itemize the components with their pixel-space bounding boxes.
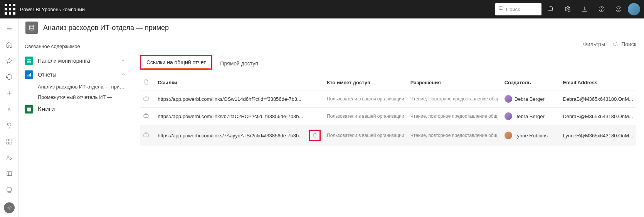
- content-search-label: Поиск: [621, 41, 636, 47]
- link-cell[interactable]: https://app.powerbi.com/links/OSw114d6hf…: [155, 90, 306, 108]
- dashboards-group[interactable]: Панели мониторинга: [18, 54, 132, 68]
- creator-cell: Debra Berger: [501, 108, 560, 125]
- workspace-type-icon: [25, 22, 38, 34]
- svg-point-14: [616, 7, 621, 12]
- reports-label: Отчеты: [38, 72, 121, 78]
- svg-rect-7: [9, 12, 11, 15]
- col-email[interactable]: Email Address: [560, 75, 636, 90]
- delete-icon[interactable]: [312, 132, 318, 139]
- workspace-header: Анализ расходов ИТ-отдела — пример: [18, 18, 644, 37]
- link-cell[interactable]: https://app.powerbi.com/links/7AayyqATSr…: [155, 125, 306, 146]
- svg-point-43: [614, 42, 617, 45]
- access-tabs: Ссылки на общий отчет Прямой доступ: [132, 51, 644, 70]
- top-bar: Power BI Уровень компании Поиск: [0, 0, 644, 18]
- related-content-panel: Связанное содержимое Панели мониторинга …: [18, 37, 132, 217]
- svg-rect-46: [144, 114, 148, 117]
- download-icon[interactable]: [577, 2, 592, 17]
- svg-rect-1: [9, 4, 11, 6]
- report-item-1[interactable]: Анализ расходов ИТ-отдела — пример: [18, 82, 132, 92]
- svg-point-11: [567, 8, 569, 10]
- search-placeholder: Поиск: [506, 7, 520, 12]
- svg-point-13: [602, 10, 602, 11]
- main-content: Фильтры Поиск Ссылки на общий отчет Прям…: [132, 37, 644, 217]
- col-type-icon: [140, 75, 155, 90]
- svg-rect-4: [9, 8, 11, 10]
- links-table: Ссылки Кто имеет доступ Разрешения Созда…: [140, 75, 636, 146]
- create-icon[interactable]: [2, 85, 17, 101]
- nav-rail: A: [0, 18, 18, 217]
- org-link-icon: [140, 125, 155, 146]
- col-who[interactable]: Кто имеет доступ: [324, 75, 407, 90]
- svg-rect-45: [144, 97, 148, 100]
- workbooks-group[interactable]: Книги: [18, 102, 132, 116]
- notifications-icon[interactable]: [543, 2, 558, 17]
- workbooks-label: Книги: [38, 105, 126, 113]
- svg-rect-35: [29, 61, 31, 62]
- favorites-icon[interactable]: [2, 53, 17, 68]
- menu-icon[interactable]: [2, 21, 17, 36]
- table-row[interactable]: https://app.powerbi.com/links/OSw114d6hf…: [140, 90, 636, 108]
- dashboards-label: Панели мониторинга: [38, 58, 121, 64]
- svg-rect-39: [27, 107, 31, 111]
- workspaces-icon[interactable]: [2, 182, 17, 198]
- recent-icon[interactable]: [2, 69, 17, 85]
- goals-icon[interactable]: [2, 118, 17, 133]
- report-icon: [25, 70, 33, 79]
- home-icon[interactable]: [2, 37, 17, 52]
- svg-line-44: [617, 45, 618, 46]
- callout-delete-link: [309, 130, 321, 141]
- reports-group[interactable]: Отчеты: [18, 68, 132, 82]
- perm-cell: Чтение, повторное предоставление общ: [407, 125, 501, 146]
- settings-icon[interactable]: [560, 2, 575, 17]
- tab-shared-links[interactable]: Ссылки на общий отчет: [141, 56, 211, 68]
- tab-direct-access[interactable]: Прямой доступ: [215, 57, 264, 70]
- svg-rect-36: [27, 75, 28, 76]
- user-avatar[interactable]: [628, 3, 640, 15]
- workspace-title: Анализ расходов ИТ-отдела — пример: [43, 24, 169, 32]
- workbook-icon: [25, 105, 33, 114]
- svg-rect-0: [5, 4, 7, 6]
- creator-cell: Lynne Robbins: [501, 125, 560, 146]
- user-avatar-icon: [504, 132, 512, 139]
- svg-rect-29: [7, 188, 12, 191]
- table-row[interactable]: https://app.powerbi.com/links/7AayyqATSr…: [140, 125, 636, 146]
- svg-rect-30: [8, 192, 11, 193]
- report-item-2[interactable]: Промежуточный отчетель ИТ —: [18, 92, 132, 102]
- help-icon[interactable]: [594, 2, 609, 17]
- user-avatar-icon: [504, 112, 512, 120]
- table-row[interactable]: https://app.powerbi.com/links/b7lfaC2RCP…: [140, 108, 636, 125]
- svg-rect-8: [13, 12, 15, 15]
- feedback-icon[interactable]: [611, 2, 626, 17]
- search-icon: [498, 6, 504, 13]
- row-actions: [306, 108, 324, 125]
- dashboard-icon: [25, 57, 33, 65]
- col-permissions[interactable]: Разрешения: [407, 75, 501, 90]
- perm-cell: Чтение, повторное предоставление общ: [407, 108, 501, 125]
- shared-icon[interactable]: [2, 150, 17, 165]
- global-search[interactable]: Поиск: [495, 3, 541, 15]
- admin-icon[interactable]: [4, 202, 15, 213]
- user-avatar-icon: [504, 95, 512, 103]
- svg-rect-37: [29, 74, 29, 77]
- creator-cell: Debra Berger: [501, 90, 560, 108]
- svg-rect-38: [30, 73, 30, 76]
- datasets-icon[interactable]: A: [2, 102, 17, 117]
- link-cell[interactable]: https://app.powerbi.com/links/b7lfaC2RCP…: [155, 108, 306, 125]
- col-creator[interactable]: Создатель: [501, 75, 560, 90]
- learn-icon[interactable]: [2, 166, 17, 182]
- svg-rect-23: [7, 139, 8, 141]
- perm-cell: Чтение, Повторное предоставление общ: [407, 90, 501, 108]
- svg-point-32: [30, 25, 34, 27]
- filters-button[interactable]: Фильтры: [583, 41, 605, 47]
- svg-rect-5: [13, 8, 15, 10]
- app-launcher-icon[interactable]: [4, 3, 16, 15]
- svg-rect-2: [13, 4, 15, 6]
- svg-rect-34: [27, 61, 29, 62]
- row-actions: [306, 125, 324, 146]
- svg-point-16: [619, 8, 620, 9]
- row-actions: [306, 90, 324, 108]
- apps-icon[interactable]: [2, 134, 17, 149]
- col-links[interactable]: Ссылки: [155, 75, 306, 90]
- email-cell: DebraB@M365x643180.OnM...: [560, 108, 636, 125]
- content-search[interactable]: Поиск: [613, 41, 636, 47]
